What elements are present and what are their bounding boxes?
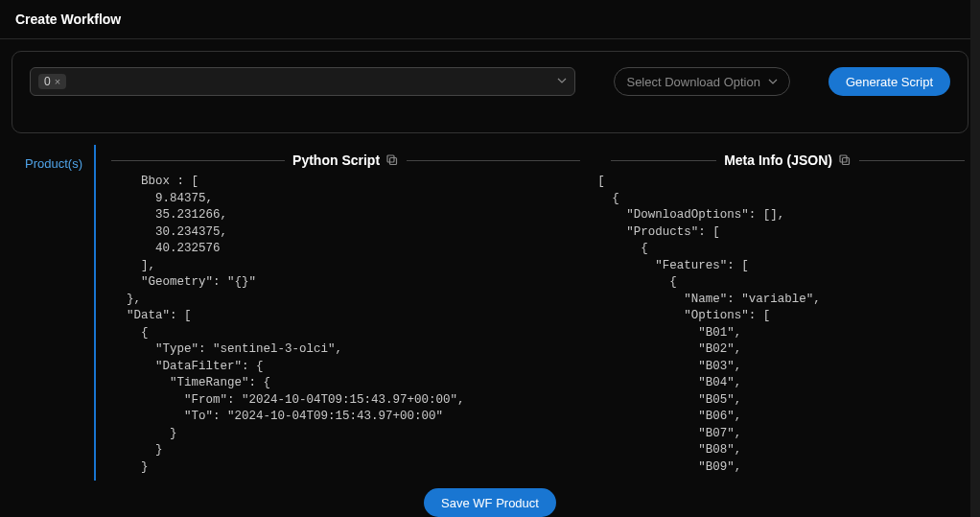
controls-row: 0 × Select Download Option Generate Scri… <box>12 51 968 133</box>
meta-code-block: [ { "DownloadOptions": [], "Products": [… <box>595 174 980 481</box>
save-wf-product-button[interactable]: Save WF Product <box>424 488 556 517</box>
sidebar-tabs: Product(s) <box>0 145 96 481</box>
svg-rect-2 <box>842 158 849 165</box>
chevron-down-icon <box>557 76 567 87</box>
generate-script-button[interactable]: Generate Script <box>828 67 950 96</box>
meta-panel-title: Meta Info (JSON) <box>724 153 832 168</box>
svg-rect-1 <box>387 155 394 162</box>
copy-icon[interactable] <box>385 153 399 167</box>
python-code-block: Bbox : [ 9.84375, 35.231266, 30.234375, … <box>96 174 595 481</box>
copy-icon[interactable] <box>838 153 852 167</box>
chevron-down-icon <box>768 75 778 89</box>
meta-info-panel: Meta Info (JSON) [ { "DownloadOptions": … <box>595 145 980 481</box>
tag-chip-value: 0 <box>44 75 51 88</box>
sidebar-tab-products[interactable]: Product(s) <box>12 153 82 175</box>
footer: Save WF Product <box>0 481 980 517</box>
content-split: Python Script Bbox : [ 9.84375, 35.23126… <box>96 145 980 481</box>
product-tag-select[interactable]: 0 × <box>30 67 575 96</box>
divider <box>611 160 716 161</box>
tag-chip: 0 × <box>38 74 66 89</box>
page-title: Create Workflow <box>15 12 965 27</box>
download-select-placeholder: Select Download Option <box>626 75 759 89</box>
python-panel-header: Python Script <box>96 145 595 174</box>
svg-rect-3 <box>840 155 847 162</box>
python-script-panel: Python Script Bbox : [ 9.84375, 35.23126… <box>96 145 595 481</box>
divider <box>111 160 285 161</box>
download-option-select[interactable]: Select Download Option <box>614 67 789 96</box>
svg-rect-0 <box>390 158 397 165</box>
meta-panel-header: Meta Info (JSON) <box>595 145 980 174</box>
python-panel-title: Python Script <box>292 153 380 168</box>
right-rail <box>970 0 980 517</box>
main-area: Product(s) Python Script Bbox : [ 9.8437… <box>0 145 980 481</box>
page-header: Create Workflow <box>0 0 980 39</box>
divider <box>407 160 580 161</box>
divider <box>859 160 965 161</box>
tag-remove-icon[interactable]: × <box>55 76 60 87</box>
